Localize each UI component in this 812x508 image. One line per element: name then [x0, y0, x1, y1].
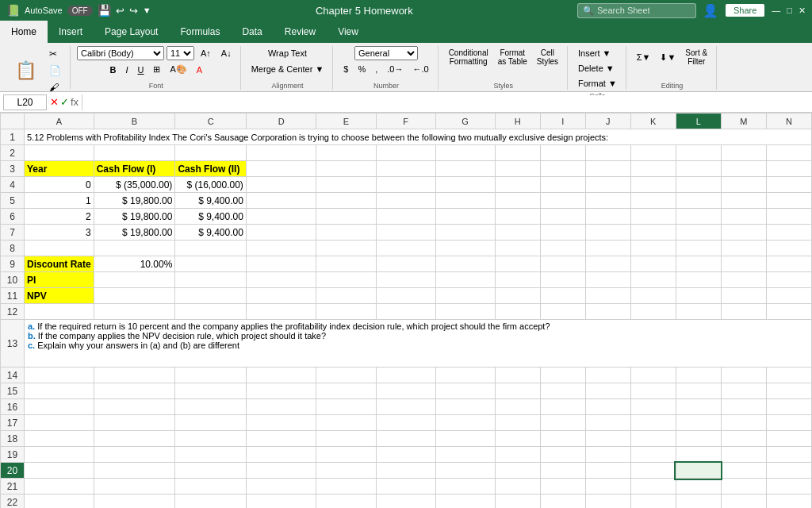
cell-d20[interactable]: [246, 463, 316, 479]
cell-n4[interactable]: [766, 177, 811, 193]
cut-button[interactable]: ✂: [45, 46, 65, 62]
cell-m3[interactable]: [721, 161, 766, 177]
cell-b3[interactable]: Cash Flow (I): [94, 161, 175, 177]
cell-n17[interactable]: [766, 415, 811, 431]
cell-n15[interactable]: [766, 383, 811, 399]
cell-g15[interactable]: [435, 383, 495, 399]
cell-d6[interactable]: [246, 209, 316, 225]
cell-a3[interactable]: Year: [25, 161, 94, 177]
cell-k2[interactable]: [630, 145, 676, 161]
close-icon[interactable]: ✕: [799, 6, 806, 16]
cell-n7[interactable]: [766, 225, 811, 241]
cell-k15[interactable]: [630, 383, 676, 399]
cancel-formula-icon[interactable]: ✕: [50, 96, 59, 108]
cell-g11[interactable]: [435, 288, 495, 304]
cell-e18[interactable]: [316, 431, 376, 447]
cell-m4[interactable]: [721, 177, 766, 193]
cell-c10[interactable]: [175, 272, 247, 288]
font-size-select[interactable]: 11: [167, 46, 194, 60]
autosave-toggle[interactable]: OFF: [67, 6, 93, 16]
cell-h6[interactable]: [495, 209, 540, 225]
cell-l4[interactable]: [676, 177, 721, 193]
cell-j14[interactable]: [585, 368, 630, 383]
cell-l8[interactable]: [676, 241, 721, 256]
cell-f10[interactable]: [376, 272, 435, 288]
cell-k12[interactable]: [630, 304, 676, 320]
cell-f8[interactable]: [376, 241, 435, 256]
cell-b2[interactable]: [94, 145, 175, 161]
cell-l12[interactable]: [676, 304, 721, 320]
cell-a17[interactable]: [25, 415, 94, 431]
search-box[interactable]: 🔍 Search Sheet: [577, 3, 696, 18]
wrap-text-button[interactable]: Wrap Text: [264, 46, 311, 60]
cell-j11[interactable]: [585, 288, 630, 304]
save-icon[interactable]: 💾: [98, 4, 111, 17]
cell-d16[interactable]: [246, 399, 316, 415]
cell-c5[interactable]: $ 9,400.00: [175, 193, 247, 209]
cell-styles-button[interactable]: CellStyles: [533, 46, 562, 68]
cell-c3[interactable]: Cash Flow (II): [175, 161, 247, 177]
cell-a10[interactable]: PI: [25, 272, 94, 288]
fill-button[interactable]: ⬇▼: [656, 46, 680, 68]
redo-icon[interactable]: ↪: [129, 5, 138, 17]
cell-b15[interactable]: [94, 383, 175, 399]
cell-i12[interactable]: [540, 304, 585, 320]
col-header-m[interactable]: M: [721, 114, 766, 129]
cell-n3[interactable]: [766, 161, 811, 177]
undo-icon[interactable]: ↩: [116, 5, 124, 17]
cell-i15[interactable]: [540, 383, 585, 399]
cell-i7[interactable]: [540, 225, 585, 241]
cell-i17[interactable]: [540, 415, 585, 431]
cell-l11[interactable]: [676, 288, 721, 304]
cell-e4[interactable]: [316, 177, 376, 193]
col-header-j[interactable]: J: [585, 114, 630, 129]
cell-l7[interactable]: [676, 225, 721, 241]
insert-function-icon[interactable]: fx: [71, 96, 79, 108]
cell-e8[interactable]: [316, 241, 376, 256]
cell-e3[interactable]: [316, 161, 376, 177]
cell-f12[interactable]: [376, 304, 435, 320]
cell-g22[interactable]: [435, 495, 495, 509]
border-button[interactable]: ⊞: [149, 62, 164, 77]
cell-b12[interactable]: [94, 304, 175, 320]
autosum-button[interactable]: Σ▼: [633, 46, 655, 68]
cell-j12[interactable]: [585, 304, 630, 320]
cell-j6[interactable]: [585, 209, 630, 225]
col-header-a[interactable]: A: [25, 114, 94, 129]
cell-n2[interactable]: [766, 145, 811, 161]
cell-a11[interactable]: NPV: [25, 288, 94, 304]
cell-d3[interactable]: [246, 161, 316, 177]
cell-b22[interactable]: [94, 495, 175, 509]
cell-b18[interactable]: [94, 431, 175, 447]
cell-g17[interactable]: [435, 415, 495, 431]
cell-e20[interactable]: [316, 463, 376, 479]
cell-a14[interactable]: [25, 368, 94, 383]
col-header-k[interactable]: K: [630, 114, 676, 129]
cell-m9[interactable]: [721, 256, 766, 272]
cell-n18[interactable]: [766, 431, 811, 447]
cell-d19[interactable]: [246, 447, 316, 463]
cell-f18[interactable]: [376, 431, 435, 447]
cell-i14[interactable]: [540, 368, 585, 383]
insert-button[interactable]: Insert ▼: [574, 46, 621, 60]
cell-m15[interactable]: [721, 383, 766, 399]
cell-d8[interactable]: [246, 241, 316, 256]
cell-d7[interactable]: [246, 225, 316, 241]
cell-l20[interactable]: [676, 463, 721, 479]
cell-n10[interactable]: [766, 272, 811, 288]
cell-j19[interactable]: [585, 447, 630, 463]
font-color-button[interactable]: A: [193, 63, 206, 77]
cell-i5[interactable]: [540, 193, 585, 209]
cell-a4[interactable]: 0: [25, 177, 94, 193]
col-header-n[interactable]: N: [766, 114, 811, 129]
cell-b4[interactable]: $ (35,000.00): [94, 177, 175, 193]
cell-h21[interactable]: [495, 479, 540, 495]
cell-a9[interactable]: Discount Rate: [25, 256, 94, 272]
cell-i22[interactable]: [540, 495, 585, 509]
cell-d15[interactable]: [246, 383, 316, 399]
cell-i19[interactable]: [540, 447, 585, 463]
cell-n21[interactable]: [766, 479, 811, 495]
cell-b21[interactable]: [94, 479, 175, 495]
tab-formulas[interactable]: Formulas: [169, 21, 231, 43]
cell-i2[interactable]: [540, 145, 585, 161]
